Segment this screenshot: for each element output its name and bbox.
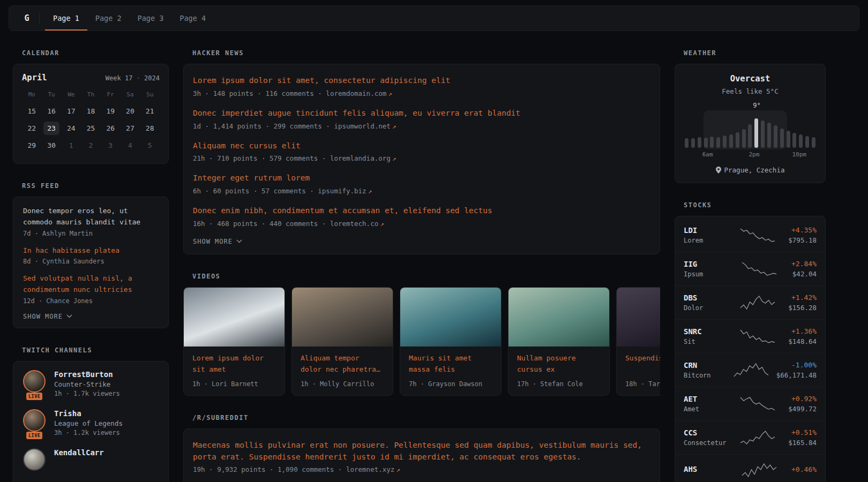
app-logo[interactable]: G [14, 6, 39, 31]
twitch-channel-game: Counter-Strike [54, 380, 120, 388]
calendar-day: 26 [102, 122, 118, 135]
twitch-channel-row[interactable]: LIVE Trisha League of Legends 3h · 1.2k … [23, 409, 159, 436]
stock-symbol[interactable]: CRN [684, 361, 727, 370]
stock-row[interactable]: CRN Bitcorn -1.00% $66,171.48 [675, 353, 825, 387]
stock-row[interactable]: IIG Ipsum +2.84% $42.04 [675, 252, 825, 285]
subreddit-post: Maecenas mollis pulvinar erat non posuer… [193, 440, 650, 474]
weather-section: WEATHER Overcast Feels like 5°C 9° [675, 49, 826, 183]
twitch-channel-name[interactable]: KendallCarr [54, 448, 104, 457]
calendar-day: 1 [63, 139, 79, 152]
calendar-year: 2024 [144, 74, 160, 82]
stock-symbol[interactable]: DBS [684, 293, 727, 302]
weather-bars [685, 118, 815, 148]
stock-symbol[interactable]: CCS [684, 428, 727, 437]
stock-sparkline [732, 362, 771, 378]
page-tab[interactable]: Page 4 [171, 6, 214, 31]
external-link-icon: ↗ [368, 187, 372, 195]
weather-hour-bar [812, 137, 815, 148]
weather-hour-bar [787, 131, 790, 148]
rss-item-title[interactable]: In hac habitasse platea [23, 245, 159, 257]
hacker-news-item-domain[interactable]: ipsumify.biz [318, 187, 366, 195]
page-tab[interactable]: Page 2 [87, 6, 130, 31]
stock-sparkline [732, 261, 786, 277]
weather-hour-bar [792, 133, 796, 148]
twitch-channel-row[interactable]: LIVE KendallCarr [23, 448, 159, 471]
stock-row[interactable]: DBS Dolor +1.42% $156.28 [675, 285, 825, 319]
video-card[interactable]: Suspendisse diam 18h · Tara [616, 287, 660, 396]
weather-location: Prague, Czechia [684, 166, 817, 174]
twitch-channel-row[interactable]: LIVE ForrestBurton Counter-Strike 1h · 1… [23, 370, 159, 397]
video-card[interactable]: Lorem ipsum dolor sit amet consectetu… 1… [183, 287, 285, 396]
weather-location-text: Prague, Czechia [724, 166, 785, 174]
stock-change: +1.36% [788, 327, 817, 335]
hacker-news-item-domain[interactable]: loremtech.co [330, 220, 378, 228]
stock-symbol[interactable]: LDI [684, 226, 727, 235]
rss-item-title[interactable]: Sed volutpat nulla nisl, a condimentum n… [23, 273, 159, 296]
avatar [23, 448, 46, 471]
stock-symbol[interactable]: SNRC [684, 327, 727, 336]
page-tab[interactable]: Page 3 [130, 6, 172, 31]
video-card[interactable]: Aliquam tempor dolor nec pharetra… 1h · … [291, 287, 393, 396]
weather-hour-bar [805, 136, 809, 148]
middle-column: HACKER NEWS Lorem ipsum dolor sit amet, … [183, 49, 660, 482]
hacker-news-item-title[interactable]: Aliquam nec cursus elit [193, 140, 650, 152]
twitch-channel-name[interactable]: ForrestBurton [54, 370, 120, 379]
page-tabs: Page 1 Page 2 Page 3 Page 4 [45, 6, 214, 31]
hacker-news-item-title[interactable]: Donec imperdiet augue tincidunt felis al… [193, 108, 650, 119]
subreddit-post-meta: 19h · 9,932 points · 1,090 comments · lo… [193, 465, 650, 473]
hacker-news-item: Lorem ipsum dolor sit amet, consectetur … [193, 75, 650, 97]
video-meta: 17h · Stefan Cole [508, 375, 609, 395]
calendar-day: 28 [142, 122, 158, 135]
hacker-news-item-domain[interactable]: loremlandia.org [330, 154, 391, 162]
video-thumbnail[interactable] [400, 288, 501, 347]
rss-item-meta: 12d · Chance Jones [23, 297, 159, 305]
section-title-hacker-news: HACKER NEWS [192, 49, 660, 57]
twitch-channel-name[interactable]: Trisha [54, 409, 123, 418]
video-card[interactable]: Nullam posuere cursus ex 17h · Stefan Co… [508, 287, 610, 396]
video-thumbnail[interactable] [508, 288, 609, 347]
video-thumbnail[interactable] [617, 288, 660, 347]
video-title[interactable]: Lorem ipsum dolor sit amet consectetu… [184, 347, 285, 375]
stock-row[interactable]: CCS Consectetur +0.51% $165.84 [675, 420, 825, 454]
stock-values: +0.51% $165.84 [788, 428, 817, 447]
stock-symbol[interactable]: IIG [684, 260, 727, 268]
stock-change: +0.51% [788, 428, 817, 436]
video-title[interactable]: Mauris sit amet massa felis [400, 347, 501, 375]
hacker-news-item-title[interactable]: Integer eget rutrum lorem [193, 172, 650, 184]
stock-row[interactable]: AHS +0.46% [675, 454, 825, 482]
rss-item-meta: 8d · Cynthia Saunders [23, 258, 159, 265]
stock-price: $165.84 [788, 439, 817, 447]
video-title[interactable]: Aliquam tempor dolor nec pharetra… [292, 347, 393, 375]
twitch-channel-meta: 3h · 1.2k viewers [54, 429, 123, 436]
rss-item-meta: 7d · Ashlyn Martin [23, 230, 159, 237]
subreddit-post-title[interactable]: Maecenas mollis pulvinar erat non posuer… [193, 440, 650, 463]
video-card[interactable]: Mauris sit amet massa felis 7h · Grayson… [400, 287, 502, 396]
calendar-day: 30 [43, 139, 59, 152]
hacker-news-show-more-button[interactable]: SHOW MORE [193, 238, 650, 245]
video-thumbnail[interactable] [184, 288, 285, 347]
calendar-week: Week 17 [106, 74, 144, 82]
video-title[interactable]: Nullam posuere cursus ex [508, 347, 609, 375]
stock-id: SNRC Sit [684, 327, 727, 345]
video-title[interactable]: Suspendisse diam [617, 347, 660, 375]
stock-row[interactable]: SNRC Sit +1.36% $148.64 [675, 319, 825, 353]
twitch-channel-info: KendallCarr [54, 448, 104, 471]
hacker-news-item-domain[interactable]: loremdomain.com [326, 89, 386, 97]
video-thumbnail[interactable] [292, 288, 393, 347]
subreddit-post-domain[interactable]: loremnet.xyz [346, 465, 394, 473]
stock-name: Amet [684, 405, 727, 413]
stock-row[interactable]: AET Amet +0.92% $499.72 [675, 387, 825, 420]
hacker-news-item-domain[interactable]: ipsumworld.net [334, 122, 390, 130]
weather-time-label: 2pm [749, 151, 760, 158]
stock-symbol[interactable]: AET [684, 395, 727, 403]
rss-show-more-button[interactable]: SHOW MORE [23, 313, 159, 320]
weather-hour-bar [774, 125, 777, 148]
weather-hour-bar [742, 129, 746, 148]
stock-symbol[interactable]: AHS [684, 465, 727, 473]
hacker-news-item-title[interactable]: Donec enim nibh, condimentum et accumsan… [193, 205, 650, 217]
page-tab[interactable]: Page 1 [45, 6, 87, 31]
stock-row[interactable]: LDI Lorem +4.35% $795.18 [675, 219, 825, 252]
rss-item-title[interactable]: Donec tempor eros leo, ut commodo mauris… [23, 206, 159, 228]
hacker-news-item-title[interactable]: Lorem ipsum dolor sit amet, consectetur … [193, 75, 650, 87]
rss-item: In hac habitasse platea 8d · Cynthia Sau… [23, 245, 159, 266]
